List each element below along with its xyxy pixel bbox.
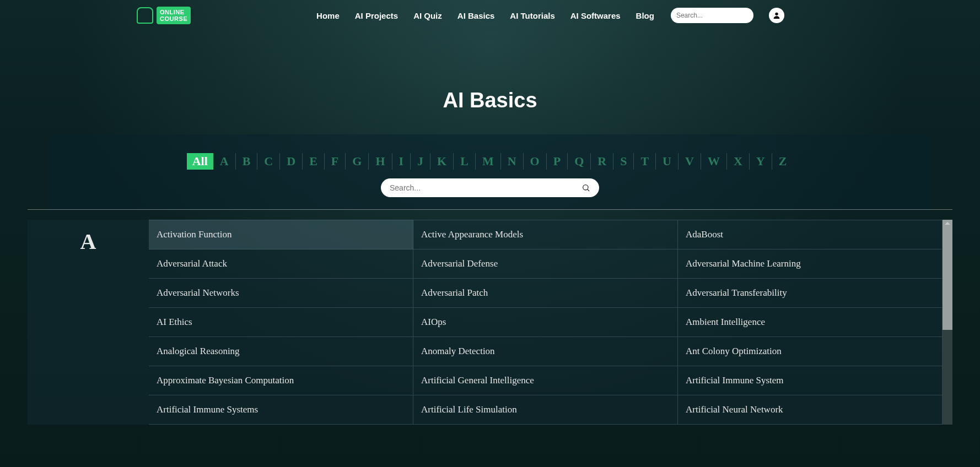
alpha-filter-t[interactable]: T	[634, 153, 656, 170]
site-header: ONLINE COURSE HomeAI ProjectsAI QuizAI B…	[0, 0, 980, 31]
alpha-filter-r[interactable]: R	[591, 153, 613, 170]
nav-link-ai-softwares[interactable]: AI Softwares	[570, 11, 621, 20]
term-link[interactable]: Artificial Neural Network	[678, 395, 943, 425]
alpha-filter-c[interactable]: C	[257, 153, 280, 170]
nav-link-home[interactable]: Home	[316, 11, 340, 20]
glossary-content: A Activation FunctionActive Appearance M…	[28, 220, 952, 425]
alpha-filter-s[interactable]: S	[613, 153, 634, 170]
scrollbar[interactable]	[943, 220, 952, 425]
term-link[interactable]: AI Ethics	[149, 308, 413, 337]
alpha-filter-p[interactable]: P	[547, 153, 568, 170]
term-link[interactable]: Ambient Intelligence	[678, 308, 943, 337]
user-avatar[interactable]	[769, 8, 784, 23]
alpha-filter-i[interactable]: I	[392, 153, 411, 170]
alpha-filter-all[interactable]: All	[187, 153, 213, 170]
term-link[interactable]: Activation Function	[149, 220, 413, 249]
alpha-filter-z[interactable]: Z	[772, 153, 794, 170]
term-link[interactable]: Anomaly Detection	[413, 337, 678, 366]
term-link[interactable]: Artificial Life Simulation	[413, 395, 678, 425]
logo-text: ONLINE COURSE	[157, 7, 191, 24]
divider	[28, 209, 952, 210]
glossary-search-input[interactable]	[390, 183, 581, 192]
nav-link-ai-projects[interactable]: AI Projects	[355, 11, 398, 20]
nav-link-ai-tutorials[interactable]: AI Tutorials	[510, 11, 554, 20]
term-link[interactable]: Artificial General Intelligence	[413, 366, 678, 395]
primary-nav: HomeAI ProjectsAI QuizAI BasicsAI Tutori…	[316, 11, 654, 20]
alpha-filter-w[interactable]: W	[701, 153, 727, 170]
nav-link-blog[interactable]: Blog	[636, 11, 654, 20]
term-link[interactable]: Adversarial Patch	[413, 279, 678, 308]
glossary-search[interactable]	[381, 178, 599, 197]
alpha-filter-h[interactable]: H	[369, 153, 392, 170]
section-letter-col: A	[28, 220, 149, 425]
glossary-panel: AllABCDEFGHIJKLMNOPQRSTUVWXYZ	[50, 134, 930, 210]
header-search[interactable]	[671, 8, 753, 23]
svg-point-2	[775, 13, 778, 15]
alpha-filter-k[interactable]: K	[430, 153, 454, 170]
term-link[interactable]: Artificial Immune System	[678, 366, 943, 395]
user-icon	[772, 11, 781, 20]
term-link[interactable]: Adversarial Transferability	[678, 279, 943, 308]
alpha-filter-g[interactable]: G	[346, 153, 369, 170]
alpha-filter-v[interactable]: V	[679, 153, 701, 170]
nav-link-ai-quiz[interactable]: AI Quiz	[413, 11, 442, 20]
alpha-filter-u[interactable]: U	[656, 153, 679, 170]
term-link[interactable]: Analogical Reasoning	[149, 337, 413, 366]
alpha-filter-y[interactable]: Y	[750, 153, 772, 170]
term-link[interactable]: Active Appearance Models	[413, 220, 678, 249]
alpha-filter-f[interactable]: F	[325, 153, 346, 170]
nav-link-ai-basics[interactable]: AI Basics	[457, 11, 495, 20]
logo-line2: COURSE	[160, 15, 187, 22]
term-link[interactable]: Approximate Bayesian Computation	[149, 366, 413, 395]
alpha-filter-e[interactable]: E	[303, 153, 325, 170]
glossary-inner: A Activation FunctionActive Appearance M…	[28, 220, 943, 425]
alpha-filter-j[interactable]: J	[411, 153, 430, 170]
logo-line1: ONLINE	[160, 9, 187, 15]
term-link[interactable]: Adversarial Attack	[149, 249, 413, 279]
header-search-input[interactable]	[676, 12, 759, 19]
scrollbar-thumb[interactable]	[943, 220, 952, 330]
term-link[interactable]: Artificial Immune Systems	[149, 395, 413, 425]
alpha-filter-d[interactable]: D	[280, 153, 303, 170]
alphabet-nav: AllABCDEFGHIJKLMNOPQRSTUVWXYZ	[50, 153, 930, 170]
brain-icon	[137, 7, 153, 24]
svg-point-3	[583, 185, 588, 190]
term-link[interactable]: AdaBoost	[678, 220, 943, 249]
alpha-filter-l[interactable]: L	[454, 153, 476, 170]
alpha-filter-n[interactable]: N	[501, 153, 524, 170]
alpha-filter-a[interactable]: A	[213, 153, 236, 170]
term-link[interactable]: Adversarial Networks	[149, 279, 413, 308]
page-title: AI Basics	[0, 89, 980, 112]
term-link[interactable]: Ant Colony Optimization	[678, 337, 943, 366]
terms-grid: Activation FunctionActive Appearance Mod…	[149, 220, 943, 425]
search-icon[interactable]	[581, 183, 590, 192]
site-logo[interactable]: ONLINE COURSE	[132, 4, 195, 26]
term-link[interactable]: AIOps	[413, 308, 678, 337]
term-link[interactable]: Adversarial Defense	[413, 249, 678, 279]
alpha-filter-m[interactable]: M	[476, 153, 501, 170]
svg-line-4	[588, 189, 589, 191]
section-letter: A	[28, 229, 149, 254]
term-link[interactable]: Adversarial Machine Learning	[678, 249, 943, 279]
alpha-filter-b[interactable]: B	[236, 153, 258, 170]
alpha-filter-x[interactable]: X	[727, 153, 750, 170]
alpha-filter-o[interactable]: O	[524, 153, 547, 170]
alpha-filter-q[interactable]: Q	[568, 153, 591, 170]
